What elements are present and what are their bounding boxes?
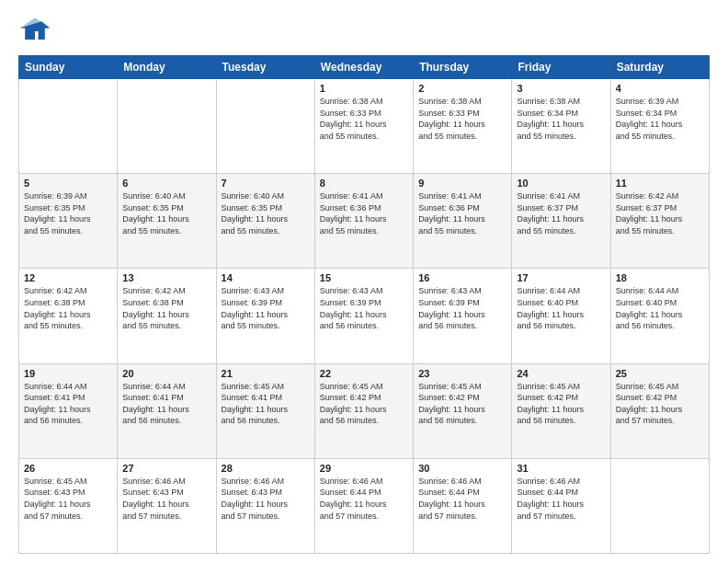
day-info: Sunrise: 6:38 AM Sunset: 6:33 PM Dayligh… (418, 96, 506, 142)
logo (18, 15, 55, 48)
day-info: Sunrise: 6:46 AM Sunset: 6:43 PM Dayligh… (222, 476, 310, 522)
day-number: 10 (517, 178, 605, 189)
day-info: Sunrise: 6:38 AM Sunset: 6:34 PM Dayligh… (517, 96, 605, 142)
day-number: 13 (122, 272, 210, 283)
day-number: 29 (320, 463, 408, 474)
day-number: 25 (616, 368, 704, 379)
day-number: 28 (222, 463, 310, 474)
calendar-cell: 1Sunrise: 6:38 AM Sunset: 6:33 PM Daylig… (314, 79, 413, 174)
day-info: Sunrise: 6:41 AM Sunset: 6:36 PM Dayligh… (418, 190, 506, 236)
calendar-header-wednesday: Wednesday (314, 56, 413, 79)
day-info: Sunrise: 6:42 AM Sunset: 6:37 PM Dayligh… (616, 190, 704, 236)
calendar-cell: 27Sunrise: 6:46 AM Sunset: 6:43 PM Dayli… (118, 458, 216, 553)
day-number: 27 (122, 463, 210, 474)
calendar-cell: 11Sunrise: 6:42 AM Sunset: 6:37 PM Dayli… (610, 174, 709, 269)
day-number: 24 (517, 368, 605, 379)
calendar-cell: 6Sunrise: 6:40 AM Sunset: 6:35 PM Daylig… (118, 174, 216, 269)
calendar-cell: 23Sunrise: 6:45 AM Sunset: 6:42 PM Dayli… (414, 363, 512, 458)
calendar-header-monday: Monday (118, 56, 216, 79)
day-info: Sunrise: 6:46 AM Sunset: 6:44 PM Dayligh… (517, 476, 605, 522)
day-info: Sunrise: 6:46 AM Sunset: 6:44 PM Dayligh… (418, 476, 506, 522)
calendar-header-tuesday: Tuesday (216, 56, 314, 79)
calendar-cell: 24Sunrise: 6:45 AM Sunset: 6:42 PM Dayli… (512, 363, 610, 458)
day-info: Sunrise: 6:46 AM Sunset: 6:43 PM Dayligh… (122, 476, 210, 522)
day-number: 17 (517, 272, 605, 283)
day-number: 15 (320, 272, 408, 283)
calendar-cell: 20Sunrise: 6:44 AM Sunset: 6:41 PM Dayli… (118, 363, 216, 458)
calendar-cell: 4Sunrise: 6:39 AM Sunset: 6:34 PM Daylig… (610, 79, 709, 174)
calendar-cell: 30Sunrise: 6:46 AM Sunset: 6:44 PM Dayli… (414, 458, 512, 553)
calendar-table: SundayMondayTuesdayWednesdayThursdayFrid… (18, 55, 710, 554)
page: SundayMondayTuesdayWednesdayThursdayFrid… (0, 0, 728, 563)
calendar-cell: 17Sunrise: 6:44 AM Sunset: 6:40 PM Dayli… (512, 269, 610, 363)
calendar-cell: 10Sunrise: 6:41 AM Sunset: 6:37 PM Dayli… (512, 174, 610, 269)
day-info: Sunrise: 6:45 AM Sunset: 6:42 PM Dayligh… (616, 381, 704, 427)
calendar-cell (118, 79, 216, 174)
calendar-header-saturday: Saturday (610, 56, 709, 79)
day-number: 30 (418, 463, 506, 474)
day-info: Sunrise: 6:44 AM Sunset: 6:41 PM Dayligh… (122, 381, 210, 427)
calendar-week-4: 19Sunrise: 6:44 AM Sunset: 6:41 PM Dayli… (19, 363, 710, 458)
day-info: Sunrise: 6:43 AM Sunset: 6:39 PM Dayligh… (222, 285, 310, 331)
day-info: Sunrise: 6:45 AM Sunset: 6:42 PM Dayligh… (418, 381, 506, 427)
day-number: 31 (517, 463, 605, 474)
day-info: Sunrise: 6:44 AM Sunset: 6:40 PM Dayligh… (517, 285, 605, 331)
calendar-header-thursday: Thursday (414, 56, 512, 79)
day-number: 22 (320, 368, 408, 379)
calendar-header-row: SundayMondayTuesdayWednesdayThursdayFrid… (19, 56, 710, 79)
day-number: 20 (122, 368, 210, 379)
calendar-cell: 21Sunrise: 6:45 AM Sunset: 6:41 PM Dayli… (216, 363, 314, 458)
calendar-cell: 19Sunrise: 6:44 AM Sunset: 6:41 PM Dayli… (19, 363, 118, 458)
calendar-week-3: 12Sunrise: 6:42 AM Sunset: 6:38 PM Dayli… (19, 269, 710, 363)
day-number: 3 (517, 83, 605, 94)
calendar-cell (610, 458, 709, 553)
day-info: Sunrise: 6:42 AM Sunset: 6:38 PM Dayligh… (24, 285, 112, 331)
header (18, 15, 710, 48)
day-number: 11 (616, 178, 704, 189)
day-info: Sunrise: 6:39 AM Sunset: 6:34 PM Dayligh… (616, 96, 704, 142)
calendar-cell: 12Sunrise: 6:42 AM Sunset: 6:38 PM Dayli… (19, 269, 118, 363)
calendar-cell: 29Sunrise: 6:46 AM Sunset: 6:44 PM Dayli… (314, 458, 413, 553)
day-info: Sunrise: 6:41 AM Sunset: 6:37 PM Dayligh… (517, 190, 605, 236)
calendar-cell: 22Sunrise: 6:45 AM Sunset: 6:42 PM Dayli… (314, 363, 413, 458)
day-number: 14 (222, 272, 310, 283)
calendar-cell: 7Sunrise: 6:40 AM Sunset: 6:35 PM Daylig… (216, 174, 314, 269)
day-number: 18 (616, 272, 704, 283)
calendar-cell: 14Sunrise: 6:43 AM Sunset: 6:39 PM Dayli… (216, 269, 314, 363)
day-number: 21 (222, 368, 310, 379)
day-number: 12 (24, 272, 112, 283)
calendar-cell: 31Sunrise: 6:46 AM Sunset: 6:44 PM Dayli… (512, 458, 610, 553)
day-info: Sunrise: 6:44 AM Sunset: 6:41 PM Dayligh… (24, 381, 112, 427)
logo-icon (18, 15, 51, 48)
day-info: Sunrise: 6:40 AM Sunset: 6:35 PM Dayligh… (222, 190, 310, 236)
day-info: Sunrise: 6:39 AM Sunset: 6:35 PM Dayligh… (24, 190, 112, 236)
calendar-header-friday: Friday (512, 56, 610, 79)
day-info: Sunrise: 6:45 AM Sunset: 6:42 PM Dayligh… (517, 381, 605, 427)
day-info: Sunrise: 6:43 AM Sunset: 6:39 PM Dayligh… (320, 285, 408, 331)
calendar-cell: 13Sunrise: 6:42 AM Sunset: 6:38 PM Dayli… (118, 269, 216, 363)
day-number: 8 (320, 178, 408, 189)
day-number: 4 (616, 83, 704, 94)
day-number: 2 (418, 83, 506, 94)
day-info: Sunrise: 6:43 AM Sunset: 6:39 PM Dayligh… (418, 285, 506, 331)
calendar-cell: 26Sunrise: 6:45 AM Sunset: 6:43 PM Dayli… (19, 458, 118, 553)
day-info: Sunrise: 6:46 AM Sunset: 6:44 PM Dayligh… (320, 476, 408, 522)
day-number: 16 (418, 272, 506, 283)
day-info: Sunrise: 6:45 AM Sunset: 6:42 PM Dayligh… (320, 381, 408, 427)
calendar-cell: 15Sunrise: 6:43 AM Sunset: 6:39 PM Dayli… (314, 269, 413, 363)
day-number: 7 (222, 178, 310, 189)
calendar-cell: 5Sunrise: 6:39 AM Sunset: 6:35 PM Daylig… (19, 174, 118, 269)
calendar-week-5: 26Sunrise: 6:45 AM Sunset: 6:43 PM Dayli… (19, 458, 710, 553)
calendar-cell: 8Sunrise: 6:41 AM Sunset: 6:36 PM Daylig… (314, 174, 413, 269)
day-number: 1 (320, 83, 408, 94)
calendar-cell: 3Sunrise: 6:38 AM Sunset: 6:34 PM Daylig… (512, 79, 610, 174)
calendar-cell: 9Sunrise: 6:41 AM Sunset: 6:36 PM Daylig… (414, 174, 512, 269)
day-info: Sunrise: 6:42 AM Sunset: 6:38 PM Dayligh… (122, 285, 210, 331)
day-info: Sunrise: 6:45 AM Sunset: 6:41 PM Dayligh… (222, 381, 310, 427)
calendar-cell: 28Sunrise: 6:46 AM Sunset: 6:43 PM Dayli… (216, 458, 314, 553)
calendar-header-sunday: Sunday (19, 56, 118, 79)
calendar-week-1: 1Sunrise: 6:38 AM Sunset: 6:33 PM Daylig… (19, 79, 710, 174)
calendar-week-2: 5Sunrise: 6:39 AM Sunset: 6:35 PM Daylig… (19, 174, 710, 269)
day-number: 5 (24, 178, 112, 189)
calendar-cell: 18Sunrise: 6:44 AM Sunset: 6:40 PM Dayli… (610, 269, 709, 363)
